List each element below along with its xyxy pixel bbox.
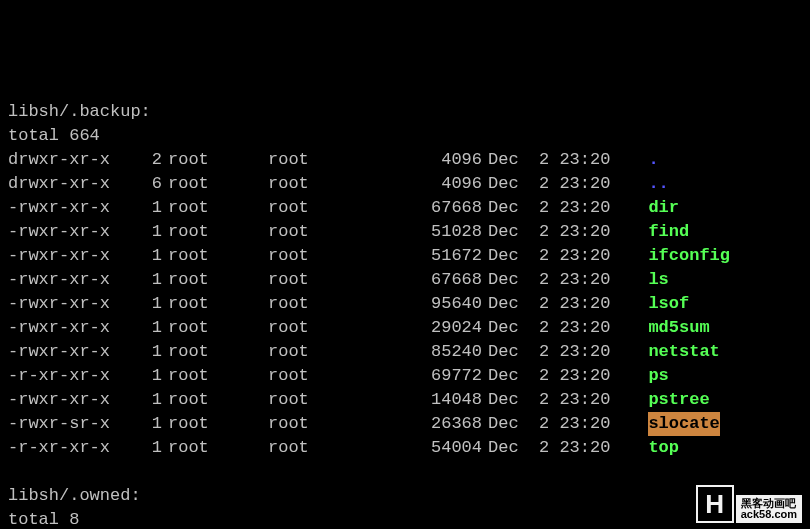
file-links: 1 bbox=[118, 364, 168, 388]
file-row: -rwxr-xr-x1rootroot67668Dec 2 23:20 ls bbox=[8, 268, 802, 292]
file-row: drwxr-xr-x6rootroot4096Dec 2 23:20 .. bbox=[8, 172, 802, 196]
file-owner: root bbox=[168, 268, 268, 292]
file-owner: root bbox=[168, 340, 268, 364]
file-owner: root bbox=[168, 292, 268, 316]
file-name: md5sum bbox=[648, 316, 709, 340]
file-row: -rwxr-xr-x1rootroot67668Dec 2 23:20 dir bbox=[8, 196, 802, 220]
file-date: Dec 2 23:20 bbox=[488, 196, 628, 220]
file-date: Dec 2 23:20 bbox=[488, 148, 628, 172]
file-row: -r-xr-xr-x1rootroot54004Dec 2 23:20 top bbox=[8, 436, 802, 460]
file-size: 69772 bbox=[388, 364, 488, 388]
file-name: dir bbox=[648, 196, 679, 220]
file-perms: -rwxr-sr-x bbox=[8, 412, 118, 436]
section-total: total 664 bbox=[8, 124, 802, 148]
file-perms: -r-xr-xr-x bbox=[8, 436, 118, 460]
blank-line bbox=[8, 460, 802, 484]
file-size: 26368 bbox=[388, 412, 488, 436]
file-group: root bbox=[268, 172, 388, 196]
file-perms: -r-xr-xr-x bbox=[8, 364, 118, 388]
file-name: slocate bbox=[648, 412, 719, 436]
file-date: Dec 2 23:20 bbox=[488, 220, 628, 244]
file-links: 1 bbox=[118, 196, 168, 220]
file-owner: root bbox=[168, 364, 268, 388]
file-perms: -rwxr-xr-x bbox=[8, 388, 118, 412]
file-owner: root bbox=[168, 316, 268, 340]
file-row: -rwxr-xr-x1rootroot29024Dec 2 23:20 md5s… bbox=[8, 316, 802, 340]
file-date: Dec 2 23:20 bbox=[488, 172, 628, 196]
file-group: root bbox=[268, 220, 388, 244]
file-owner: root bbox=[168, 388, 268, 412]
watermark-box: 黑客动画吧 ack58.com bbox=[736, 495, 802, 523]
file-perms: -rwxr-xr-x bbox=[8, 268, 118, 292]
file-group: root bbox=[268, 340, 388, 364]
file-date: Dec 2 23:20 bbox=[488, 340, 628, 364]
file-owner: root bbox=[168, 436, 268, 460]
file-perms: drwxr-xr-x bbox=[8, 148, 118, 172]
file-size: 51672 bbox=[388, 244, 488, 268]
file-size: 51028 bbox=[388, 220, 488, 244]
file-date: Dec 2 23:20 bbox=[488, 412, 628, 436]
file-name: lsof bbox=[648, 292, 689, 316]
terminal-output: libsh/.backup:total 664drwxr-xr-x2rootro… bbox=[8, 100, 802, 529]
file-group: root bbox=[268, 292, 388, 316]
file-links: 1 bbox=[118, 340, 168, 364]
file-size: 29024 bbox=[388, 316, 488, 340]
file-size: 4096 bbox=[388, 148, 488, 172]
file-name: ps bbox=[648, 364, 668, 388]
file-links: 1 bbox=[118, 292, 168, 316]
file-links: 1 bbox=[118, 316, 168, 340]
file-name: find bbox=[648, 220, 689, 244]
file-owner: root bbox=[168, 244, 268, 268]
file-size: 4096 bbox=[388, 172, 488, 196]
file-perms: -rwxr-xr-x bbox=[8, 316, 118, 340]
file-row: drwxr-xr-x2rootroot4096Dec 2 23:20 . bbox=[8, 148, 802, 172]
file-group: root bbox=[268, 148, 388, 172]
file-row: -rwxr-xr-x1rootroot14048Dec 2 23:20 pstr… bbox=[8, 388, 802, 412]
file-size: 85240 bbox=[388, 340, 488, 364]
file-perms: -rwxr-xr-x bbox=[8, 292, 118, 316]
file-perms: -rwxr-xr-x bbox=[8, 340, 118, 364]
file-row: -rwxr-xr-x1rootroot85240Dec 2 23:20 nets… bbox=[8, 340, 802, 364]
file-perms: -rwxr-xr-x bbox=[8, 220, 118, 244]
file-links: 1 bbox=[118, 268, 168, 292]
file-links: 1 bbox=[118, 412, 168, 436]
file-links: 1 bbox=[118, 436, 168, 460]
watermark: H 黑客动画吧 ack58.com bbox=[696, 485, 802, 523]
file-owner: root bbox=[168, 148, 268, 172]
file-links: 1 bbox=[118, 388, 168, 412]
file-date: Dec 2 23:20 bbox=[488, 364, 628, 388]
file-group: root bbox=[268, 364, 388, 388]
file-size: 54004 bbox=[388, 436, 488, 460]
file-row: -rwxr-xr-x1rootroot51028Dec 2 23:20 find bbox=[8, 220, 802, 244]
file-group: root bbox=[268, 316, 388, 340]
file-links: 2 bbox=[118, 148, 168, 172]
file-name: . bbox=[648, 148, 658, 172]
file-name: .. bbox=[648, 172, 668, 196]
file-size: 14048 bbox=[388, 388, 488, 412]
file-owner: root bbox=[168, 196, 268, 220]
file-perms: -rwxr-xr-x bbox=[8, 196, 118, 220]
file-row: -r-xr-xr-x1rootroot69772Dec 2 23:20 ps bbox=[8, 364, 802, 388]
file-name: ls bbox=[648, 268, 668, 292]
file-group: root bbox=[268, 244, 388, 268]
file-links: 1 bbox=[118, 244, 168, 268]
file-perms: -rwxr-xr-x bbox=[8, 244, 118, 268]
file-row: -rwxr-sr-x1rootroot26368Dec 2 23:20 sloc… bbox=[8, 412, 802, 436]
file-name: netstat bbox=[648, 340, 719, 364]
file-date: Dec 2 23:20 bbox=[488, 268, 628, 292]
file-group: root bbox=[268, 412, 388, 436]
section-header: libsh/.owned: bbox=[8, 484, 802, 508]
file-size: 95640 bbox=[388, 292, 488, 316]
file-date: Dec 2 23:20 bbox=[488, 292, 628, 316]
file-row: -rwxr-xr-x1rootroot51672Dec 2 23:20 ifco… bbox=[8, 244, 802, 268]
file-group: root bbox=[268, 268, 388, 292]
file-perms: drwxr-xr-x bbox=[8, 172, 118, 196]
file-date: Dec 2 23:20 bbox=[488, 388, 628, 412]
file-owner: root bbox=[168, 412, 268, 436]
file-name: ifconfig bbox=[648, 244, 730, 268]
file-date: Dec 2 23:20 bbox=[488, 316, 628, 340]
watermark-logo: H bbox=[696, 485, 734, 523]
file-links: 1 bbox=[118, 220, 168, 244]
file-name: top bbox=[648, 436, 679, 460]
file-name: pstree bbox=[648, 388, 709, 412]
